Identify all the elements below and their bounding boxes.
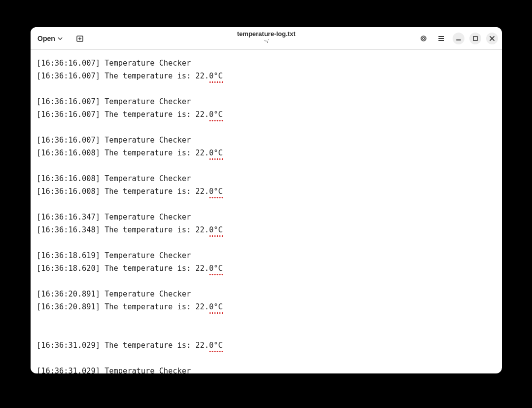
titlebar-right: [417, 32, 498, 45]
text-line: [16:36:16.008] The temperature is: 22.0°…: [36, 185, 496, 198]
text-line: [36, 236, 496, 249]
gear-icon: [420, 35, 427, 42]
titlebar-left: Open: [35, 32, 87, 45]
new-tab-icon: [76, 35, 84, 42]
text-line: [16:36:16.007] Temperature Checker: [36, 57, 496, 70]
text-line: [36, 198, 496, 211]
close-button[interactable]: [486, 33, 498, 44]
text-line: [16:36:16.007] The temperature is: 22.0°…: [36, 70, 496, 82]
spellcheck-flagged: 0°C: [209, 108, 223, 121]
spellcheck-flagged: 0°C: [209, 223, 223, 236]
maximize-button[interactable]: [469, 33, 481, 44]
text-line: [16:36:16.008] The temperature is: 22.0°…: [36, 147, 496, 159]
spellcheck-flagged: 0°C: [209, 262, 223, 275]
text-editor-area[interactable]: [16:36:16.007] Temperature Checker[16:36…: [31, 50, 502, 373]
text-line: [36, 313, 496, 326]
text-line: [16:36:16.008] Temperature Checker: [36, 172, 496, 185]
spellcheck-flagged: 0°C: [209, 185, 223, 198]
text-line: [16:36:16.348] The temperature is: 22.0°…: [36, 223, 496, 236]
svg-point-4: [423, 37, 425, 39]
settings-button[interactable]: [417, 32, 430, 45]
open-button[interactable]: Open: [35, 33, 66, 44]
open-button-label: Open: [37, 35, 55, 42]
text-line: [36, 159, 496, 172]
text-line: [16:36:16.007] The temperature is: 22.0°…: [36, 108, 496, 121]
text-line: [16:36:16.007] Temperature Checker: [36, 95, 496, 108]
text-line: [16:36:31.029] The temperature is: 22.0°…: [36, 339, 496, 352]
text-line: [16:36:31.029] Temperature Checker: [36, 365, 496, 373]
hamburger-icon: [437, 35, 445, 42]
spellcheck-flagged: 0°C: [209, 300, 223, 313]
text-line: [16:36:18.620] The temperature is: 22.0°…: [36, 262, 496, 275]
text-line: [36, 352, 496, 365]
text-line: [16:36:20.891] Temperature Checker: [36, 288, 496, 300]
chevron-down-icon: [57, 36, 63, 41]
svg-point-3: [421, 36, 426, 41]
minimize-button[interactable]: [453, 33, 464, 44]
minimize-icon: [455, 35, 462, 42]
spellcheck-flagged: 0°C: [209, 339, 223, 352]
text-line: [36, 82, 496, 95]
titlebar: Open temperature-log.txt ~/: [31, 27, 502, 50]
spellcheck-flagged: 0°C: [209, 147, 223, 159]
text-line: [16:36:16.347] Temperature Checker: [36, 211, 496, 223]
text-line: [36, 275, 496, 288]
text-line: [16:36:18.619] Temperature Checker: [36, 249, 496, 262]
text-line: [36, 121, 496, 134]
menu-button[interactable]: [435, 32, 448, 45]
editor-window: Open temperature-log.txt ~/: [31, 27, 502, 373]
maximize-icon: [471, 35, 479, 42]
svg-rect-9: [473, 37, 477, 40]
text-line: [16:36:16.007] Temperature Checker: [36, 134, 496, 147]
text-line: [36, 326, 496, 339]
spellcheck-flagged: 0°C: [209, 70, 223, 82]
new-tab-button[interactable]: [73, 32, 87, 45]
close-icon: [488, 35, 496, 42]
text-line: [16:36:20.891] The temperature is: 22.0°…: [36, 300, 496, 313]
